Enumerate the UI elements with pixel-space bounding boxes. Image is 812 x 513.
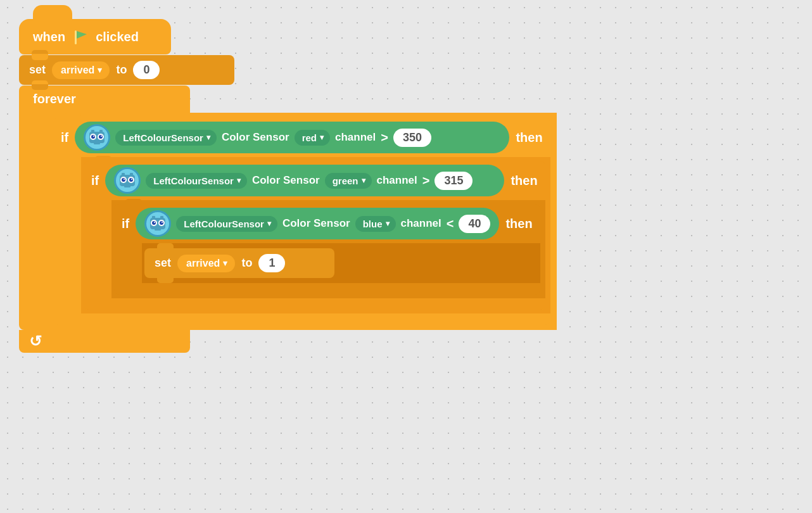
hat-bump <box>33 5 72 20</box>
if-block-1-container: if <box>53 118 550 325</box>
then-label-2: then <box>511 174 537 188</box>
channel-pill-1[interactable]: red ▾ <box>295 130 330 146</box>
svg-point-7 <box>101 136 102 137</box>
dropdown-arrow-2[interactable]: ▾ <box>223 258 227 268</box>
svg-rect-10 <box>99 130 103 132</box>
if1-footer-right <box>81 314 550 325</box>
if2-footer-wrapper <box>84 298 545 310</box>
if-row-1[interactable]: if <box>53 118 550 157</box>
if2-left-bar <box>84 200 111 298</box>
svg-rect-30 <box>160 216 163 218</box>
forever-left-bar <box>19 113 51 330</box>
if1-inner: if <box>81 157 550 314</box>
svg-rect-9 <box>91 130 94 132</box>
if-label-3: if <box>122 217 129 231</box>
set-label-1: set <box>29 63 46 77</box>
condition-2[interactable]: LeftColourSensor ▾ Color Sensor green ▾ <box>105 165 504 196</box>
if2-inner: if <box>111 200 545 298</box>
if3-left-bar <box>114 243 142 283</box>
svg-point-24 <box>152 221 156 225</box>
svg-point-26 <box>154 222 155 223</box>
value-oval-if1[interactable]: 350 <box>393 129 431 147</box>
svg-point-25 <box>160 221 163 225</box>
svg-point-15 <box>129 178 133 182</box>
if1-footer-wrapper <box>53 314 550 325</box>
sensor-icon-3 <box>144 210 171 237</box>
if1-body-wrapper: if <box>53 157 550 314</box>
if1-left-bar <box>53 157 81 314</box>
svg-point-16 <box>124 179 125 180</box>
svg-rect-0 <box>75 30 77 44</box>
svg-point-14 <box>122 178 125 182</box>
if-label-1: if <box>61 130 68 145</box>
svg-rect-29 <box>152 216 155 218</box>
if-row-3[interactable]: if <box>114 204 540 243</box>
svg-rect-28 <box>155 229 161 231</box>
value-oval-2[interactable]: 1 <box>258 254 285 272</box>
color-sensor-label-3: Color Sensor <box>282 217 350 230</box>
clicked-label: clicked <box>96 30 139 44</box>
operator-3: < <box>447 217 454 231</box>
hat-block[interactable]: when clicked <box>19 19 171 54</box>
set-block-2[interactable]: set arrived ▾ to <box>144 248 334 278</box>
svg-point-4 <box>91 135 95 139</box>
channel-label-3: channel <box>401 217 441 230</box>
operator-1: > <box>381 130 388 145</box>
color-sensor-label-1: Color Sensor <box>222 131 289 144</box>
sensor-name-2[interactable]: LeftColourSensor ▾ <box>146 173 247 189</box>
var-pill-2[interactable]: arrived ▾ <box>177 255 235 272</box>
dropdown-arrow-1[interactable]: ▾ <box>98 65 102 75</box>
hat-notch-bottom <box>32 54 48 60</box>
sensor-icon-1 <box>84 124 110 151</box>
forever-content: if <box>51 113 557 330</box>
condition-3[interactable]: LeftColourSensor ▾ Color Sensor blue <box>136 208 499 239</box>
if1-footer-left <box>53 314 81 325</box>
set-block-1[interactable]: set arrived ▾ to 0 <box>19 55 234 85</box>
svg-rect-18 <box>124 186 130 187</box>
svg-point-5 <box>99 135 103 139</box>
if-row-2[interactable]: if <box>84 161 545 200</box>
when-label: when <box>33 30 65 44</box>
set-block-2-container: set arrived ▾ to <box>144 248 334 278</box>
if3-footer-left <box>114 283 142 294</box>
if3-inner: set arrived ▾ to <box>142 243 540 283</box>
if2-footer-right <box>111 298 545 310</box>
svg-point-17 <box>131 179 132 180</box>
set2-notch-bottom <box>157 277 174 283</box>
var-name-2: arrived <box>186 258 220 269</box>
if2-body-wrapper: if <box>84 200 545 298</box>
condition-1[interactable]: LeftColourSensor ▾ Color Sensor red ▾ ch… <box>75 122 509 153</box>
sensor-name-3[interactable]: LeftColourSensor ▾ <box>176 216 277 232</box>
channel-pill-2[interactable]: green ▾ <box>325 173 372 189</box>
if3-footer-right <box>142 283 540 294</box>
main-stack: when clicked set arrived <box>19 19 557 353</box>
operator-2: > <box>422 174 430 188</box>
sensor-name-1[interactable]: LeftColourSensor ▾ <box>115 130 217 146</box>
to-label-2: to <box>241 256 252 270</box>
svg-rect-20 <box>130 173 133 175</box>
if1-notch-top <box>65 113 81 118</box>
forever-container: forever if <box>19 86 557 353</box>
value-oval-if3[interactable]: 40 <box>459 215 490 233</box>
value-oval-if2[interactable]: 315 <box>435 172 473 190</box>
sensor-icon-2 <box>114 167 141 194</box>
if2-footer-left <box>84 298 111 310</box>
set-block-1-container: set arrived ▾ to 0 <box>19 54 234 85</box>
value-oval-1[interactable]: 0 <box>133 61 160 79</box>
if2-notch-top <box>95 156 111 162</box>
hat-block-container: when clicked <box>19 19 171 54</box>
flag-icon <box>72 28 89 46</box>
svg-rect-19 <box>122 173 125 175</box>
set2-notch-top <box>157 243 174 249</box>
loop-arrow-icon: ↺ <box>29 332 42 350</box>
forever-bottom: ↺ <box>19 330 190 353</box>
var-pill-1[interactable]: arrived ▾ <box>52 61 110 79</box>
if-block-2-container: if <box>84 161 545 310</box>
then-label-1: then <box>516 130 542 145</box>
if3-footer-wrapper <box>114 283 540 294</box>
channel-pill-3[interactable]: blue ▾ <box>355 216 396 232</box>
if-label-2: if <box>91 174 99 188</box>
forever-body-wrapper: if <box>19 113 557 330</box>
svg-point-6 <box>93 136 94 137</box>
svg-point-27 <box>162 222 163 223</box>
